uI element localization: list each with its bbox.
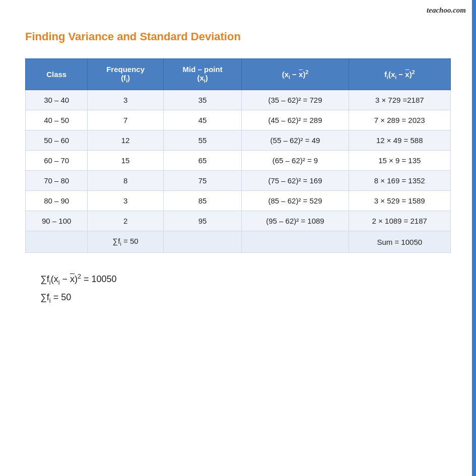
summary-freq: ∑fi = 50 bbox=[88, 231, 163, 253]
table-cell: 90 – 100 bbox=[26, 211, 88, 231]
summary-row: ∑fi = 50Sum = 10050 bbox=[26, 231, 451, 253]
table-cell: (75 – 62)² = 169 bbox=[242, 171, 349, 191]
table-row: 30 – 40335(35 – 62)² = 7293 × 729 =2187 bbox=[26, 90, 451, 110]
table-header-row: Class Frequency(fi) Mid – point(xi) (xi … bbox=[26, 59, 451, 90]
table-row: 60 – 701565(65 – 62)² = 915 × 9 = 135 bbox=[26, 151, 451, 171]
formula-2: ∑fi = 50 bbox=[40, 292, 451, 304]
table-cell: 55 bbox=[163, 130, 242, 151]
col-midpoint: Mid – point(xi) bbox=[163, 59, 242, 90]
table-cell: 2 × 1089 = 2187 bbox=[349, 211, 450, 231]
table-cell: 8 × 169 = 1352 bbox=[349, 171, 450, 191]
table-cell: 85 bbox=[163, 191, 242, 211]
table-cell: 30 – 40 bbox=[26, 90, 88, 110]
table-cell: 60 – 70 bbox=[26, 151, 88, 171]
table-cell: 7 × 289 = 2023 bbox=[349, 110, 450, 130]
table-cell: 12 bbox=[88, 130, 163, 151]
table-cell: (85 – 62)² = 529 bbox=[242, 191, 349, 211]
table-cell: 50 – 60 bbox=[26, 130, 88, 151]
summary-empty-mid bbox=[163, 231, 242, 253]
table-cell: 3 × 729 =2187 bbox=[349, 90, 450, 110]
table-cell: 95 bbox=[163, 211, 242, 231]
table-cell: 80 – 90 bbox=[26, 191, 88, 211]
right-accent-bar bbox=[472, 0, 476, 476]
table-cell: 15 bbox=[88, 151, 163, 171]
table-row: 70 – 80875(75 – 62)² = 1698 × 169 = 1352 bbox=[26, 171, 451, 191]
watermark: teachoo.com bbox=[427, 6, 466, 15]
table-row: 80 – 90385(85 – 62)² = 5293 × 529 = 1589 bbox=[26, 191, 451, 211]
table-cell: 40 – 50 bbox=[26, 110, 88, 130]
table-cell: 15 × 9 = 135 bbox=[349, 151, 450, 171]
summary-fdev2: Sum = 10050 bbox=[349, 231, 450, 253]
table-cell: (55 – 62)² = 49 bbox=[242, 130, 349, 151]
table-cell: 2 bbox=[88, 211, 163, 231]
table-cell: 3 × 529 = 1589 bbox=[349, 191, 450, 211]
table-cell: (95 – 62)² = 1089 bbox=[242, 211, 349, 231]
table-cell: 65 bbox=[163, 151, 242, 171]
table-cell: 8 bbox=[88, 171, 163, 191]
table-cell: 12 × 49 = 588 bbox=[349, 130, 450, 151]
table-cell: (65 – 62)² = 9 bbox=[242, 151, 349, 171]
page-title: Finding Variance and Standard Deviation bbox=[25, 30, 451, 43]
table-cell: 45 bbox=[163, 110, 242, 130]
formulas-section: ∑fi(xi − x)2 = 10050 ∑fi = 50 bbox=[25, 273, 451, 304]
table-cell: 75 bbox=[163, 171, 242, 191]
col-fdev2: fi(xi − x)2 bbox=[349, 59, 450, 90]
variance-table: Class Frequency(fi) Mid – point(xi) (xi … bbox=[25, 58, 451, 253]
table-row: 90 – 100295(95 – 62)² = 10892 × 1089 = 2… bbox=[26, 211, 451, 231]
table-cell: 7 bbox=[88, 110, 163, 130]
formula-1: ∑fi(xi − x)2 = 10050 bbox=[40, 273, 451, 286]
table-cell: 35 bbox=[163, 90, 242, 110]
table-row: 50 – 601255(55 – 62)² = 4912 × 49 = 588 bbox=[26, 130, 451, 151]
table-cell: 3 bbox=[88, 90, 163, 110]
table-cell: 3 bbox=[88, 191, 163, 211]
table-cell: (35 – 62)² = 729 bbox=[242, 90, 349, 110]
table-row: 40 – 50745(45 – 62)² = 2897 × 289 = 2023 bbox=[26, 110, 451, 130]
col-frequency: Frequency(fi) bbox=[88, 59, 163, 90]
summary-empty-dev bbox=[242, 231, 349, 253]
summary-empty-class bbox=[26, 231, 88, 253]
col-class: Class bbox=[26, 59, 88, 90]
table-cell: 70 – 80 bbox=[26, 171, 88, 191]
table-cell: (45 – 62)² = 289 bbox=[242, 110, 349, 130]
col-dev2: (xi − x)2 bbox=[242, 59, 349, 90]
